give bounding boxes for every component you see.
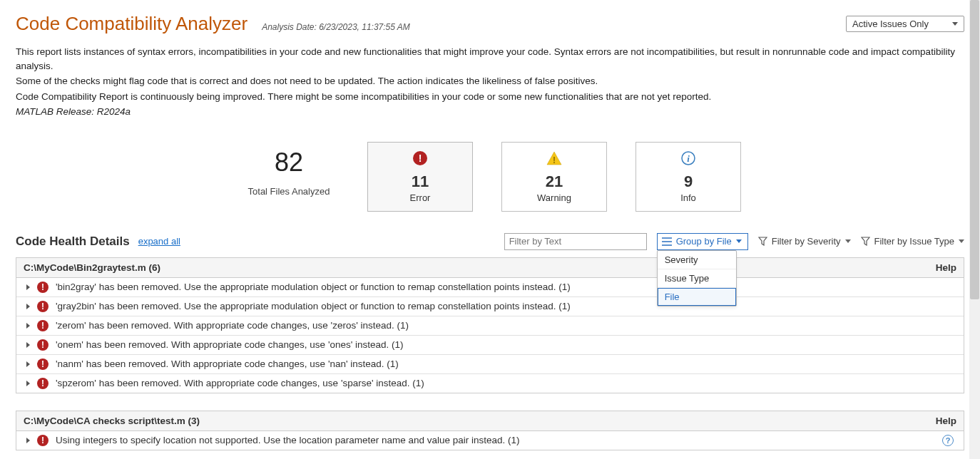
chevron-down-icon: [952, 22, 958, 26]
info-icon: i: [636, 150, 740, 167]
chevron-right-icon[interactable]: [26, 323, 30, 329]
issue-row[interactable]: !'spzerom' has been removed. With approp…: [16, 374, 964, 393]
issue-text: Using integers to specify location not s…: [56, 435, 520, 445]
section-title: Code Health Details: [16, 234, 130, 249]
error-icon: !: [37, 359, 49, 370]
chevron-right-icon[interactable]: [26, 438, 30, 443]
analysis-date: Analysis Date: 6/23/2023, 11:37:55 AM: [262, 22, 410, 32]
info-count: 9: [636, 172, 740, 191]
expand-all-link[interactable]: expand all: [138, 236, 180, 247]
file-group-header: C:\MyCode\Bin2graytest.m (6)Help: [16, 258, 964, 278]
issue-text: 'gray2bin' has been removed. Use the app…: [56, 301, 571, 311]
help-column-header: Help: [936, 416, 956, 426]
file-path: C:\MyCode\Bin2graytest.m (6): [24, 262, 160, 273]
group-by-severity-option[interactable]: Severity: [658, 251, 736, 269]
error-icon: !: [37, 339, 49, 351]
report-description: This report lists instances of syntax er…: [16, 45, 964, 119]
description-line-1: This report lists instances of syntax er…: [16, 45, 964, 73]
scrollbar-thumb[interactable]: [970, 0, 979, 299]
chevron-right-icon[interactable]: [26, 381, 30, 386]
error-icon: !: [37, 320, 49, 331]
group-by-file-option[interactable]: File: [658, 288, 736, 306]
file-group: C:\MyCode\Bin2graytest.m (6)Help!'bin2gr…: [16, 257, 964, 393]
funnel-icon: [861, 237, 870, 246]
issue-row[interactable]: !Using integers to specify location not …: [16, 431, 964, 450]
issue-row[interactable]: !'bin2gray' has been removed. Use the ap…: [16, 278, 964, 297]
group-by-button[interactable]: Group by File: [657, 233, 748, 250]
chevron-down-icon: [845, 239, 851, 243]
issue-text: 'nanm' has been removed. With appropriat…: [56, 359, 399, 369]
error-icon: !: [37, 301, 49, 312]
description-line-3: Code Compatibility Report is continuousl…: [16, 90, 964, 104]
error-icon: !: [37, 378, 49, 389]
help-column-header: Help: [936, 262, 956, 273]
summary-card-error[interactable]: ! 11 Error: [367, 142, 473, 212]
list-icon: [662, 237, 672, 246]
group-by-label: Group by File: [676, 236, 732, 247]
summary-total: 82 Total Files Analyzed: [239, 142, 339, 212]
warning-label: Warning: [502, 192, 606, 203]
error-label: Error: [368, 192, 472, 203]
svg-text:!: !: [553, 155, 556, 165]
filter-text-input[interactable]: [504, 233, 647, 250]
error-icon: !: [37, 282, 49, 293]
group-by-issuetype-option[interactable]: Issue Type: [658, 269, 736, 288]
issue-row[interactable]: !'zerom' has been removed. With appropri…: [16, 316, 964, 336]
file-group: C:\MyCode\CA checks script\test.m (3)Hel…: [16, 411, 964, 450]
file-path: C:\MyCode\CA checks script\test.m (3): [24, 416, 200, 426]
help-icon[interactable]: ?: [942, 435, 954, 446]
summary-card-info[interactable]: i 9 Info: [636, 142, 741, 212]
issue-text: 'zerom' has been removed. With appropria…: [56, 320, 409, 331]
chevron-right-icon[interactable]: [26, 361, 30, 367]
chevron-right-icon[interactable]: [26, 342, 30, 348]
issue-text: 'bin2gray' has been removed. Use the app…: [56, 282, 571, 292]
total-files-num: 82: [239, 148, 339, 177]
filter-severity-label: Filter by Severity: [772, 236, 841, 247]
description-line-2: Some of the checks might flag code that …: [16, 74, 964, 88]
issue-row[interactable]: !'nanm' has been removed. With appropria…: [16, 355, 964, 374]
svg-text:i: i: [687, 153, 690, 164]
issue-row[interactable]: !'onem' has been removed. With appropria…: [16, 336, 964, 355]
svg-text:!: !: [419, 153, 422, 164]
error-icon: !: [368, 150, 472, 167]
warning-icon: !: [502, 150, 606, 167]
chevron-down-icon: [959, 239, 964, 243]
error-count: 11: [368, 172, 472, 191]
total-files-label: Total Files Analyzed: [239, 186, 339, 197]
summary-card-warning[interactable]: ! 21 Warning: [501, 142, 607, 212]
view-filter-value: Active Issues Only: [852, 19, 929, 29]
error-icon: !: [37, 435, 49, 446]
page-title: Code Compatibility Analyzer: [16, 13, 247, 35]
file-group-header: C:\MyCode\CA checks script\test.m (3)Hel…: [16, 411, 964, 431]
issue-text: 'onem' has been removed. With appropriat…: [56, 339, 404, 350]
matlab-release: MATLAB Release: R2024a: [16, 105, 964, 119]
filter-issuetype-button[interactable]: Filter by Issue Type: [861, 236, 964, 247]
chevron-down-icon: [736, 239, 742, 243]
vertical-scrollbar[interactable]: [969, 0, 980, 459]
funnel-icon: [758, 237, 767, 246]
filter-severity-button[interactable]: Filter by Severity: [758, 236, 851, 247]
info-label: Info: [636, 192, 740, 203]
group-by-dropdown: Severity Issue Type File: [657, 250, 737, 306]
filter-issuetype-label: Filter by Issue Type: [874, 236, 954, 247]
issue-row[interactable]: !'gray2bin' has been removed. Use the ap…: [16, 297, 964, 316]
warning-count: 21: [502, 172, 606, 191]
chevron-right-icon[interactable]: [26, 304, 30, 309]
view-filter-dropdown[interactable]: Active Issues Only: [846, 16, 964, 32]
chevron-right-icon[interactable]: [26, 284, 30, 290]
issue-text: 'spzerom' has been removed. With appropr…: [56, 378, 424, 388]
